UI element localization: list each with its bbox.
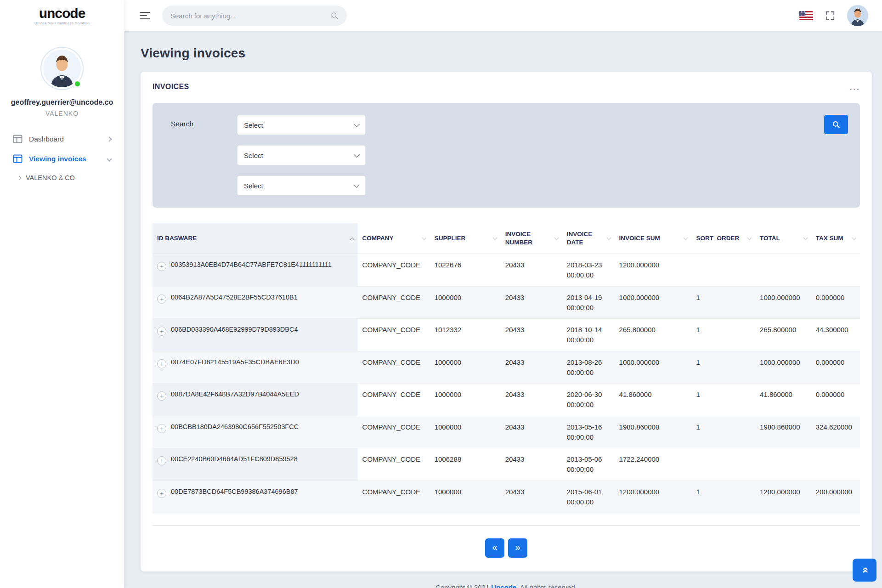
- column-header[interactable]: SORT_ORDER: [691, 223, 755, 254]
- global-search: [162, 6, 347, 26]
- column-header-label: SORT_ORDER: [696, 235, 739, 242]
- cell-company: COMPANY_CODE: [358, 286, 430, 319]
- invoice-id: 00BCBB180DA2463980C656F552503FCC: [171, 423, 299, 430]
- cell-supplier: 1006288: [430, 448, 501, 481]
- user-profile: geoffrey.guerrier@uncode.co VALENKO: [11, 47, 113, 117]
- expand-row-icon[interactable]: +: [157, 262, 166, 271]
- cell-supplier: 1000000: [430, 416, 501, 448]
- expand-row-icon[interactable]: +: [157, 294, 166, 304]
- chevron-right-icon: [107, 136, 112, 141]
- cell-total: 41.860000: [755, 384, 811, 416]
- sort-asc-icon: [350, 237, 354, 242]
- user-avatar[interactable]: [847, 5, 868, 26]
- cell-invoice-number: 20433: [501, 286, 562, 319]
- column-header-label: ID BASWARE: [157, 235, 197, 242]
- cell-total: 1200.000000: [755, 481, 811, 513]
- sidebar-subitem-valenko-co[interactable]: VALENKO & CO: [7, 169, 117, 187]
- cell-invoice-sum: 1200.000000: [615, 254, 692, 287]
- filter-search-button[interactable]: [824, 115, 848, 134]
- filter-select-2[interactable]: Select: [237, 145, 366, 165]
- pagination-next-button[interactable]: »: [508, 538, 527, 558]
- cell-id: +00353913A0EB4D74B64C77ABFE7C81E41111111…: [153, 254, 358, 287]
- invoice-table-head-row: ID BASWARECOMPANYSUPPLIERINVOICE NUMBERI…: [153, 223, 860, 254]
- cell-invoice-date: 2013-08-26 00:00:00: [562, 351, 615, 384]
- filter-select-3[interactable]: Select: [237, 175, 366, 196]
- cell-invoice-sum: 1722.240000: [615, 448, 692, 481]
- column-header[interactable]: INVOICE NUMBER: [501, 223, 562, 254]
- cell-invoice-number: 20433: [501, 384, 562, 416]
- cell-invoice-number: 20433: [501, 254, 562, 287]
- cell-company: COMPANY_CODE: [358, 351, 430, 384]
- column-header[interactable]: INVOICE DATE: [562, 223, 615, 254]
- sidebar-item-dashboard[interactable]: Dashboard: [7, 129, 117, 149]
- sort-icon: [554, 236, 559, 240]
- pagination: « »: [153, 538, 860, 558]
- invoice-id: 0087DA8E42F648B7A32D97B4044A5EED: [171, 390, 299, 398]
- cell-invoice-sum: 1000.000000: [615, 286, 692, 319]
- sidebar-subitem-label: VALENKO & CO: [26, 174, 75, 181]
- sort-icon: [747, 236, 752, 240]
- search-input[interactable]: [170, 12, 326, 20]
- sidebar-item-label: Viewing invoices: [29, 155, 86, 163]
- column-header-label: TOTAL: [760, 235, 780, 242]
- table-row: +00353913A0EB4D74B64C77ABFE7C81E41111111…: [153, 254, 860, 287]
- column-header[interactable]: COMPANY: [358, 223, 430, 254]
- profile-avatar[interactable]: [40, 47, 84, 90]
- brand-name: uncode: [39, 6, 85, 20]
- cell-invoice-date: 2013-04-19 00:00:00: [562, 286, 615, 319]
- sort-icon: [422, 236, 426, 240]
- column-header[interactable]: TOTAL: [755, 223, 811, 254]
- filter-select-1[interactable]: Select: [237, 115, 366, 135]
- cell-company: COMPANY_CODE: [358, 384, 430, 416]
- sidebar-item-viewing-invoices[interactable]: Viewing invoices: [7, 149, 117, 169]
- cell-total: 1980.860000: [755, 416, 811, 448]
- cell-sort-order: 1: [691, 384, 755, 416]
- cell-total: 265.800000: [755, 319, 811, 351]
- invoice-id: 0074E07FD82145519A5F35CDBAE6E3D0: [171, 358, 299, 366]
- cell-id: +0074E07FD82145519A5F35CDBAE6E3D0: [153, 351, 358, 384]
- sort-icon: [492, 236, 497, 240]
- hamburger-icon[interactable]: [140, 12, 150, 20]
- cell-company: COMPANY_CODE: [358, 481, 430, 513]
- table-row: +00DE7873BCD64F5CB99386A374696B87COMPANY…: [153, 481, 860, 513]
- brand-tagline: Unlock Your Business Solution: [34, 21, 90, 25]
- expand-row-icon[interactable]: +: [157, 424, 166, 433]
- cell-invoice-date: 2013-05-06 00:00:00: [562, 448, 615, 481]
- invoice-table: ID BASWARECOMPANYSUPPLIERINVOICE NUMBERI…: [153, 223, 860, 513]
- table-row: +0074E07FD82145519A5F35CDBAE6E3D0COMPANY…: [153, 351, 860, 384]
- card-title: INVOICES: [153, 83, 189, 91]
- scroll-to-top-button[interactable]: »: [853, 559, 876, 582]
- cell-id: +00CE2240B60D4664AD51FC809D859528: [153, 448, 358, 481]
- column-header[interactable]: TAX SUM: [811, 223, 860, 254]
- column-header-label: INVOICE NUMBER: [505, 231, 532, 246]
- card-menu-button[interactable]: ...: [849, 85, 860, 89]
- search-icon: [832, 120, 840, 129]
- expand-row-icon[interactable]: +: [157, 327, 166, 336]
- cell-total: [755, 448, 811, 481]
- filter-label: Search: [164, 115, 237, 128]
- cell-invoice-number: 20433: [501, 448, 562, 481]
- column-header[interactable]: SUPPLIER: [430, 223, 501, 254]
- search-icon[interactable]: [330, 11, 339, 20]
- cell-sort-order: 1: [691, 351, 755, 384]
- cell-tax-sum: [811, 448, 860, 481]
- expand-row-icon[interactable]: +: [157, 456, 166, 465]
- cell-invoice-date: 2020-06-30 00:00:00: [562, 384, 615, 416]
- pagination-prev-button[interactable]: «: [485, 538, 504, 558]
- footer-brand-link[interactable]: Uncode: [491, 583, 516, 588]
- cell-total: [755, 254, 811, 287]
- expand-row-icon[interactable]: +: [157, 391, 166, 401]
- table-row: +0087DA8E42F648B7A32D97B4044A5EEDCOMPANY…: [153, 384, 860, 416]
- brand-logo[interactable]: uncode Unlock Your Business Solution: [0, 0, 124, 31]
- us-flag-icon[interactable]: [799, 11, 813, 20]
- expand-row-icon[interactable]: +: [157, 489, 166, 498]
- invoice-id: 00DE7873BCD64F5CB99386A374696B87: [171, 488, 298, 495]
- fullscreen-icon[interactable]: [825, 11, 835, 21]
- footer: Copyright © 2021 Uncode. All rights rese…: [141, 571, 872, 588]
- cell-supplier: 1000000: [430, 384, 501, 416]
- column-header[interactable]: INVOICE SUM: [615, 223, 692, 254]
- cell-company: COMPANY_CODE: [358, 416, 430, 448]
- sort-icon: [606, 236, 611, 240]
- expand-row-icon[interactable]: +: [157, 359, 166, 368]
- column-header[interactable]: ID BASWARE: [153, 223, 358, 254]
